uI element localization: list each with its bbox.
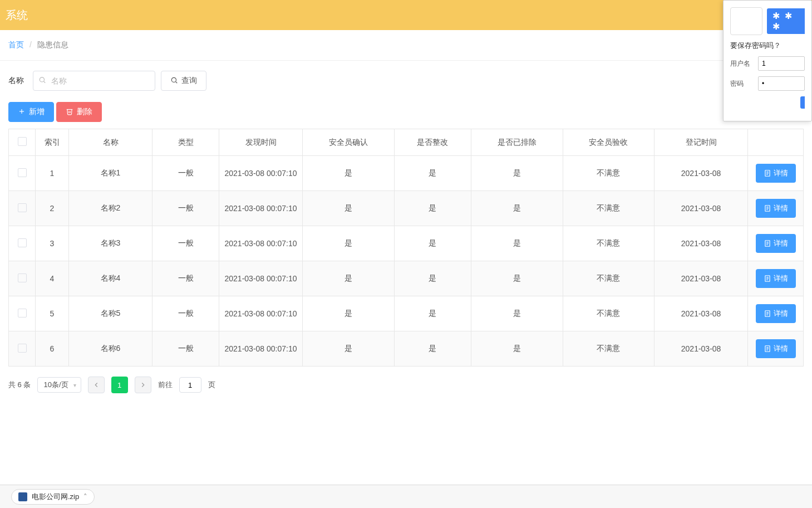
password-label: 密码 bbox=[730, 79, 754, 89]
detail-button[interactable]: 详情 bbox=[756, 304, 796, 323]
save-popup-title: 要保存密码吗？ bbox=[730, 41, 805, 51]
page-number-1[interactable]: 1 bbox=[111, 377, 128, 393]
row-checkbox[interactable] bbox=[18, 273, 27, 282]
breadcrumb: 首页 / 隐患信息 bbox=[0, 30, 812, 61]
username-input[interactable] bbox=[758, 56, 805, 71]
add-button[interactable]: 新增 bbox=[8, 102, 54, 122]
next-page-button[interactable] bbox=[135, 377, 151, 393]
jump-prefix: 前往 bbox=[158, 380, 173, 390]
cell-found-time: 2021-03-08 00:07:10 bbox=[219, 226, 303, 261]
key-illustration-icon bbox=[730, 7, 762, 35]
cell-name: 名称4 bbox=[69, 261, 152, 296]
row-checkbox[interactable] bbox=[18, 344, 27, 353]
header-bar: 系统 bbox=[0, 0, 812, 30]
cell-safety-confirm: 是 bbox=[303, 261, 395, 296]
save-popup-primary-button[interactable] bbox=[800, 96, 805, 109]
username-label: 用户名 bbox=[730, 59, 754, 69]
breadcrumb-current: 隐患信息 bbox=[37, 40, 68, 49]
cell-index: 4 bbox=[36, 261, 69, 296]
app-title: 系统 bbox=[6, 8, 28, 23]
cell-excluded: 是 bbox=[471, 331, 563, 367]
cell-found-time: 2021-03-08 00:07:10 bbox=[219, 156, 303, 191]
detail-button[interactable]: 详情 bbox=[756, 199, 796, 218]
delete-button[interactable]: 删除 bbox=[56, 102, 102, 122]
detail-button-label: 详情 bbox=[774, 238, 788, 248]
action-row: 新增 删除 bbox=[8, 102, 804, 122]
cell-excluded: 是 bbox=[471, 261, 563, 296]
cell-safety-accept: 不满意 bbox=[563, 331, 654, 367]
cell-safety-confirm: 是 bbox=[303, 226, 395, 261]
detail-button-label: 详情 bbox=[774, 273, 788, 284]
name-filter-label: 名称 bbox=[8, 76, 24, 86]
page-size-label: 10条/页 bbox=[43, 380, 68, 390]
cell-type: 一般 bbox=[152, 331, 219, 367]
header-rectified: 是否整改 bbox=[394, 129, 471, 156]
header-name: 名称 bbox=[69, 129, 152, 156]
document-icon bbox=[764, 310, 771, 318]
pagination: 共 6 条 10条/页 1 前往 页 bbox=[8, 377, 804, 393]
cell-excluded: 是 bbox=[471, 226, 563, 261]
row-checkbox[interactable] bbox=[18, 168, 27, 177]
search-button-label: 查询 bbox=[181, 76, 197, 86]
header-index: 索引 bbox=[36, 129, 69, 156]
row-checkbox[interactable] bbox=[18, 238, 27, 247]
cell-name: 名称6 bbox=[69, 331, 152, 367]
cell-type: 一般 bbox=[152, 261, 219, 296]
cell-rectified: 是 bbox=[394, 191, 471, 226]
cell-safety-accept: 不满意 bbox=[563, 156, 654, 191]
cell-rectified: 是 bbox=[394, 156, 471, 191]
cell-found-time: 2021-03-08 00:07:10 bbox=[219, 296, 303, 331]
cell-type: 一般 bbox=[152, 191, 219, 226]
add-button-label: 新增 bbox=[29, 107, 45, 117]
plus-icon bbox=[18, 108, 26, 117]
detail-button[interactable]: 详情 bbox=[756, 164, 796, 183]
cell-found-time: 2021-03-08 00:07:10 bbox=[219, 191, 303, 226]
cell-safety-accept: 不满意 bbox=[563, 226, 654, 261]
document-icon bbox=[764, 240, 771, 247]
prev-page-button[interactable] bbox=[88, 377, 105, 393]
search-button[interactable]: 查询 bbox=[161, 71, 206, 91]
header-actions bbox=[748, 129, 804, 156]
cell-register-time: 2021-03-08 bbox=[654, 261, 748, 296]
cell-rectified: 是 bbox=[394, 296, 471, 331]
cell-name: 名称2 bbox=[69, 191, 152, 226]
select-all-checkbox[interactable] bbox=[18, 137, 27, 146]
cell-name: 名称1 bbox=[69, 156, 152, 191]
cell-type: 一般 bbox=[152, 296, 219, 331]
cell-index: 2 bbox=[36, 191, 69, 226]
cell-index: 6 bbox=[36, 331, 69, 367]
cell-register-time: 2021-03-08 bbox=[654, 156, 748, 191]
cell-safety-confirm: 是 bbox=[303, 331, 395, 367]
page-size-select[interactable]: 10条/页 bbox=[37, 377, 81, 393]
table-row: 1名称1一般2021-03-08 00:07:10是是是不满意2021-03-0… bbox=[9, 156, 804, 191]
cell-index: 1 bbox=[36, 156, 69, 191]
cell-excluded: 是 bbox=[471, 191, 563, 226]
detail-button[interactable]: 详情 bbox=[756, 339, 796, 358]
table-row: 5名称5一般2021-03-08 00:07:10是是是不满意2021-03-0… bbox=[9, 296, 804, 331]
cell-safety-accept: 不满意 bbox=[563, 191, 654, 226]
svg-point-2 bbox=[171, 77, 176, 82]
detail-button[interactable]: 详情 bbox=[756, 269, 796, 288]
breadcrumb-home[interactable]: 首页 bbox=[8, 40, 24, 49]
name-filter-input[interactable] bbox=[33, 71, 155, 91]
jump-page-input[interactable] bbox=[179, 377, 201, 393]
svg-line-3 bbox=[176, 81, 178, 83]
row-checkbox[interactable] bbox=[18, 309, 27, 318]
password-input[interactable] bbox=[758, 76, 805, 91]
header-type: 类型 bbox=[152, 129, 219, 156]
row-checkbox[interactable] bbox=[18, 203, 27, 212]
svg-point-0 bbox=[40, 77, 44, 82]
breadcrumb-sep: / bbox=[29, 40, 32, 49]
cell-index: 5 bbox=[36, 296, 69, 331]
detail-button-label: 详情 bbox=[774, 309, 788, 319]
detail-button[interactable]: 详情 bbox=[756, 234, 796, 253]
chevron-left-icon bbox=[92, 381, 100, 389]
document-icon bbox=[764, 345, 771, 353]
table-row: 4名称4一般2021-03-08 00:07:10是是是不满意2021-03-0… bbox=[9, 261, 804, 296]
table-row: 6名称6一般2021-03-08 00:07:10是是是不满意2021-03-0… bbox=[9, 331, 804, 367]
header-excluded: 是否已排除 bbox=[471, 129, 563, 156]
svg-line-1 bbox=[44, 81, 46, 83]
search-icon bbox=[38, 76, 46, 86]
cell-rectified: 是 bbox=[394, 331, 471, 367]
cell-safety-accept: 不满意 bbox=[563, 261, 654, 296]
